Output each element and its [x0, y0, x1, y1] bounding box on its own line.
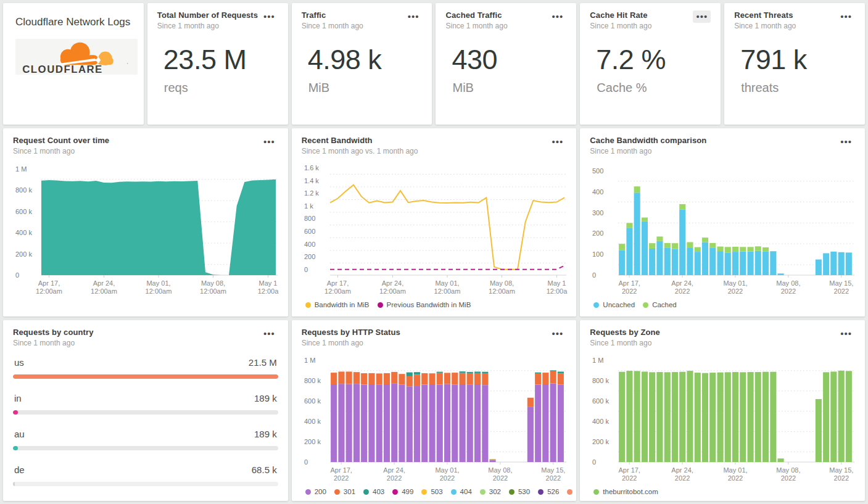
svg-text:2022: 2022 [728, 287, 743, 295]
menu-icon[interactable]: ••• [405, 10, 423, 23]
country-label: au [14, 429, 25, 439]
chart-legend: theburritobot.com [593, 488, 855, 495]
svg-text:1.6 k: 1.6 k [304, 164, 319, 171]
svg-text:Apr 17,: Apr 17, [619, 466, 640, 474]
legend-item[interactable]: 302 [480, 488, 501, 495]
request-count-card: Request Count over time Since 1 month ag… [3, 128, 288, 316]
card-subtitle: Since 1 month ago vs. 1 month ago [302, 147, 418, 155]
svg-text:200 k: 200 k [592, 438, 609, 445]
country-row-in: in 189 k [13, 393, 278, 415]
legend-item[interactable]: Cached [643, 301, 677, 308]
card-subtitle: Since 1 month ago [302, 339, 400, 347]
svg-text:600 k: 600 k [592, 397, 609, 405]
stat-unit: Cache % [597, 81, 711, 95]
legend-item[interactable]: 200 [305, 488, 326, 495]
legend-dot-icon [480, 489, 486, 495]
legend-item[interactable]: theburritobot.com [593, 488, 658, 495]
legend-dot-icon [378, 302, 383, 308]
svg-text:May 15,: May 15, [541, 466, 565, 474]
requests-by-zone-chart[interactable]: 1 M800 k600 k400 k200 k0Apr 17,2022Apr 2… [590, 353, 855, 484]
svg-text:300: 300 [592, 209, 603, 217]
chart-legend: UncachedCached [593, 301, 855, 308]
svg-text:400 k: 400 k [304, 418, 321, 425]
country-bar-track [13, 446, 278, 450]
svg-text:12:00am: 12:00am [36, 287, 62, 295]
country-bar-fill [13, 374, 278, 379]
stat-unit: MiB [308, 81, 423, 95]
card-title: Cached Traffic [445, 10, 507, 20]
menu-icon[interactable]: ••• [260, 328, 278, 340]
legend-dot-icon [593, 489, 599, 495]
chart-svg: 1 M800 k600 k400 k200 k0Apr 17,2022Apr 2… [590, 353, 855, 484]
country-value: 21.5 M [249, 357, 277, 368]
country-value: 68.5 k [252, 465, 277, 475]
stat-card-traffic: Traffic Since 1 month ago ••• 4.98 k MiB [292, 3, 432, 125]
svg-text:May 01,: May 01, [146, 279, 170, 287]
legend-dot-icon [509, 489, 515, 495]
cloudflare-logo: CLOUDFLARE ' [15, 39, 138, 75]
svg-text:500: 500 [592, 167, 603, 175]
country-value: 189 k [254, 393, 277, 403]
card-title: Request Count over time [13, 136, 109, 145]
svg-text:Apr 17,: Apr 17, [326, 279, 348, 287]
svg-text:Apr 24,: Apr 24, [381, 279, 403, 287]
svg-text:Apr 24,: Apr 24, [383, 466, 405, 474]
legend-item[interactable]: 301 [334, 488, 355, 495]
svg-text:2022: 2022 [781, 287, 796, 295]
legend-item[interactable]: Bandwidth in MiB [305, 301, 370, 308]
country-label: us [14, 357, 24, 368]
card-title: Cache Hit Rate [590, 10, 651, 20]
svg-text:May 15,: May 15, [830, 466, 854, 474]
card-subtitle: Since 1 month ago [302, 22, 363, 30]
menu-icon[interactable]: ••• [549, 136, 567, 148]
cache-bandwidth-chart[interactable]: 5004003002001000Apr 17,2022Apr 24,2022Ma… [590, 162, 855, 297]
svg-text:Apr 17,: Apr 17, [619, 279, 640, 287]
country-row-au: au 189 k [13, 429, 278, 450]
legend-item[interactable]: 530 [509, 488, 530, 495]
svg-text:2022: 2022 [622, 287, 637, 295]
svg-text:200: 200 [304, 253, 315, 260]
recent-bandwidth-chart[interactable]: 1.6 k1.4 k1.2 k1 k8006004002000Apr 17,12… [302, 162, 567, 297]
country-row-de: de 68.5 k [13, 465, 278, 486]
chart-svg: 1 M800 k600 k400 k200 k0Apr 17,2022Apr 2… [302, 353, 567, 484]
legend-dot-icon [305, 489, 311, 495]
menu-icon[interactable]: ••• [549, 10, 567, 23]
stat-unit: threats [741, 81, 855, 95]
menu-icon[interactable]: ••• [837, 10, 855, 23]
svg-text:Apr 24,: Apr 24, [93, 279, 115, 287]
legend-item[interactable]: Previous Bandwidth in MiB [378, 301, 471, 308]
chart-legend: 200301403499503404302530526524 [305, 488, 567, 495]
legend-item[interactable]: 503 [421, 488, 442, 495]
request-count-chart[interactable]: 1 M800 k600 k400 k200 k0Apr 17,12:00amAp… [13, 162, 278, 297]
card-title: Total Number of Requests [157, 10, 258, 20]
charts-row-1: Request Count over time Since 1 month ag… [3, 128, 865, 316]
legend-item[interactable]: 403 [363, 488, 384, 495]
menu-icon[interactable]: ••• [260, 10, 278, 23]
legend-dot-icon [538, 489, 544, 495]
svg-text:1 M: 1 M [304, 357, 315, 364]
country-bar-track [13, 482, 278, 486]
svg-text:800: 800 [304, 215, 315, 222]
menu-icon[interactable]: ••• [837, 136, 855, 148]
card-subtitle: Since 1 month ago [590, 339, 660, 347]
svg-text:600: 600 [304, 228, 315, 235]
svg-text:May 15,: May 15, [830, 279, 854, 287]
legend-item[interactable]: 524 [567, 488, 576, 495]
legend-item[interactable]: 526 [538, 488, 559, 495]
svg-text:12:00am: 12:00am [200, 287, 226, 295]
legend-item[interactable]: 499 [392, 488, 413, 495]
menu-icon[interactable]: ••• [693, 10, 711, 23]
legend-item[interactable]: Uncached [593, 301, 635, 308]
country-label: de [14, 465, 25, 475]
svg-text:May 1: May 1 [547, 279, 566, 287]
menu-icon[interactable]: ••• [837, 328, 855, 340]
menu-icon[interactable]: ••• [260, 136, 278, 148]
svg-text:Apr 17,: Apr 17, [330, 466, 352, 474]
card-subtitle: Since 1 month ago [734, 22, 796, 30]
http-status-chart[interactable]: 1 M800 k600 k400 k200 k0Apr 17,2022Apr 2… [302, 353, 567, 484]
country-label: in [14, 393, 22, 403]
legend-item[interactable]: 404 [451, 488, 472, 495]
legend-dot-icon [363, 489, 369, 495]
menu-icon[interactable]: ••• [549, 328, 567, 340]
svg-text:May 01,: May 01, [724, 279, 748, 287]
